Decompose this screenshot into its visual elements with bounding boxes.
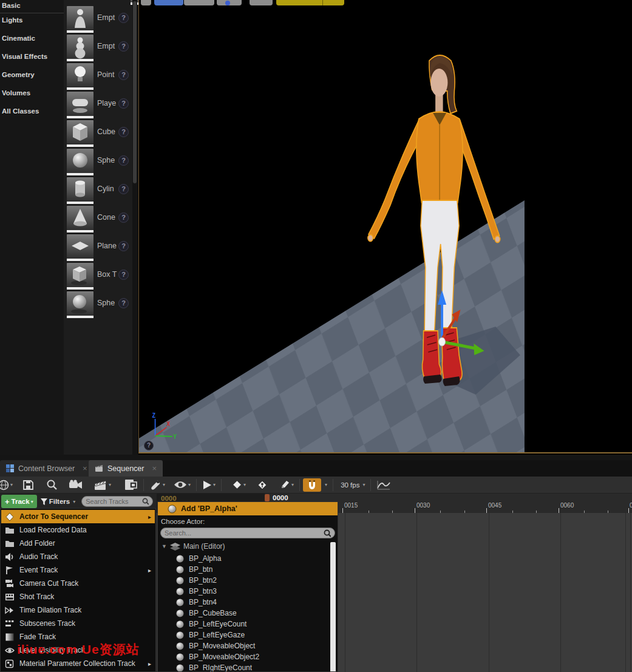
cone-thumbnail[interactable] (67, 206, 93, 230)
search-tracks-input[interactable] (86, 498, 142, 505)
menu-item-subscenes-track[interactable]: Subscenes Track (1, 617, 155, 630)
fps-selector[interactable]: 30 fps ▾ (336, 478, 367, 492)
category-all-classes[interactable]: All Classes (0, 103, 64, 119)
box-trigger-thumbnail[interactable] (67, 263, 93, 287)
menu-item-camera-cut-track[interactable]: Camera Cut Track (1, 577, 155, 590)
sphere-thumbnail[interactable] (67, 149, 93, 173)
cylinder-thumbnail[interactable] (67, 177, 93, 202)
help-icon[interactable]: ? (118, 155, 129, 166)
place-item-cylinder[interactable]: Cylin ? (66, 177, 131, 205)
place-item-cube[interactable]: Cube ? (66, 120, 131, 148)
add-bp-alpha-header[interactable]: Add 'BP_Alpha' (158, 502, 338, 515)
empty-actor-thumbnail[interactable] (67, 6, 93, 30)
close-icon[interactable]: × (83, 464, 87, 473)
playhead-marker[interactable] (265, 494, 270, 501)
help-icon[interactable]: ? (118, 212, 129, 223)
save-button[interactable] (20, 478, 36, 492)
menu-item-time-dilation-track[interactable]: Time Dilation Track (1, 603, 155, 617)
help-icon[interactable]: ? (118, 241, 129, 251)
tab-sequencer[interactable]: Sequencer × (89, 460, 163, 477)
actor-item-bp-moveableobject[interactable]: BP_MoveableObject (176, 642, 255, 650)
actor-item-bp-alpha[interactable]: BP_Alpha (176, 554, 221, 563)
search-icon (46, 479, 58, 490)
actor-item-bp-btn[interactable]: BP_btn (176, 565, 212, 574)
checker-floor (139, 200, 525, 453)
actor-item-bp-btn4[interactable]: BP_btn4 (176, 598, 217, 606)
level-viewport[interactable]: Z X Y ? (138, 0, 632, 453)
auto-key-button[interactable] (254, 478, 270, 492)
tab-content-browser[interactable]: Content Browser × (0, 460, 93, 477)
create-camera-button[interactable] (66, 478, 86, 492)
plane-thumbnail[interactable] (67, 234, 93, 259)
keyframe-options-button[interactable]: ▾ (229, 478, 248, 492)
category-visual-effects[interactable]: Visual Effects (0, 49, 64, 64)
cube-thumbnail[interactable] (67, 120, 93, 144)
place-item-empty-actor[interactable]: Empt ? (66, 6, 131, 34)
help-icon[interactable]: ? (118, 127, 129, 137)
menu-item-event-track[interactable]: Event Track ▸ (1, 563, 155, 577)
help-icon[interactable]: ? (118, 270, 129, 280)
sphere-trigger-thumbnail[interactable] (67, 291, 93, 316)
actor-item-bp-lefteyecount[interactable]: BP_LeftEyeCount (176, 620, 246, 628)
actor-item-bp-lefteyegaze[interactable]: BP_LeftEyeGaze (176, 631, 245, 639)
add-track-button[interactable]: + Track ▾ (1, 495, 37, 508)
menu-item-actor-to-sequencer[interactable]: Actor To Sequencer ▸ (1, 510, 155, 523)
category-lights[interactable]: Lights (0, 12, 64, 28)
place-item-player-start[interactable]: Playe ? (66, 92, 131, 120)
view-options-button[interactable]: ▾ (171, 478, 193, 492)
place-item-point-light[interactable]: Point ? (66, 63, 131, 91)
actor-search-input[interactable] (165, 529, 324, 537)
help-icon[interactable]: ? (118, 98, 129, 109)
place-item-cone[interactable]: Cone ? (66, 206, 131, 234)
actor-picker-scrollbar[interactable] (330, 542, 336, 672)
find-in-content-browser-button[interactable] (44, 478, 60, 492)
viewport-help-icon[interactable]: ? (144, 441, 154, 450)
help-icon[interactable]: ? (118, 184, 129, 194)
curve-editor-button[interactable] (374, 478, 393, 492)
place-item-sphere-trigger[interactable]: Sphe ? (66, 291, 131, 319)
category-volumes[interactable]: Volumes (0, 85, 64, 101)
tree-root-main-editor[interactable]: ▼ Main (Editor) (161, 542, 225, 551)
menu-item-add-folder[interactable]: Add Folder (1, 537, 155, 550)
world-button[interactable]: ▾ (0, 478, 15, 492)
place-item-label: Empt (97, 13, 115, 22)
menu-item-material-parameter-collection-track[interactable]: Material Parameter Collection Track ▸ (1, 657, 155, 670)
player-start-thumbnail[interactable] (67, 92, 93, 116)
help-icon[interactable]: ? (118, 70, 129, 80)
empty-character-thumbnail[interactable] (67, 35, 93, 59)
help-icon[interactable]: ? (118, 13, 129, 23)
actor-item-bp-moveableobject2[interactable]: BP_MoveableObject2 (176, 653, 259, 661)
snap-options-button[interactable]: ▾ (321, 478, 330, 492)
edit-options-button[interactable]: ▾ (277, 478, 296, 492)
actor-item-bp-btn3[interactable]: BP_btn3 (176, 587, 217, 596)
actor-item-bp-cubebase[interactable]: BP_CubeBase (176, 609, 237, 617)
caret-icon: ▾ (188, 482, 191, 487)
actor-search-box[interactable] (160, 528, 335, 538)
render-movie-button[interactable]: ▾ (92, 478, 114, 492)
place-item-empty-character[interactable]: Empt ? (66, 35, 131, 63)
menu-item-load-recorded-data[interactable]: Load Recorded Data (1, 523, 155, 537)
menu-item-shot-track[interactable]: Shot Track (1, 590, 155, 603)
place-item-sphere[interactable]: Sphe ? (66, 149, 131, 177)
actions-button[interactable]: ▾ (147, 478, 168, 492)
category-basic[interactable]: Basic (0, 0, 64, 13)
help-icon[interactable]: ? (118, 41, 129, 52)
place-item-label: Cylin (97, 185, 114, 193)
place-panel-scrollbar-thumb[interactable] (133, 1, 137, 183)
place-item-plane[interactable]: Plane ? (66, 234, 131, 262)
close-icon[interactable]: × (152, 464, 157, 473)
category-geometry[interactable]: Geometry (0, 67, 64, 83)
point-light-thumbnail[interactable] (67, 63, 93, 87)
search-tracks-box[interactable] (81, 496, 153, 507)
menu-item-audio-track[interactable]: Audio Track (1, 550, 155, 563)
actor-item-bp-righteyecount[interactable]: BP_RIghtEyeCount (176, 664, 252, 672)
filters-button[interactable]: Filters ▾ (37, 495, 80, 508)
category-cinematic[interactable]: Cinematic (0, 30, 64, 46)
place-item-box-trigger[interactable]: Box T ? (66, 263, 131, 291)
help-icon[interactable]: ? (118, 298, 129, 308)
playback-options-button[interactable]: ▾ (200, 478, 218, 492)
expander-icon[interactable]: ▼ (161, 543, 167, 549)
sequence-tools-button[interactable] (122, 478, 140, 492)
actor-item-bp-btn2[interactable]: BP_btn2 (176, 576, 217, 585)
snap-toggle-button[interactable] (303, 478, 321, 492)
